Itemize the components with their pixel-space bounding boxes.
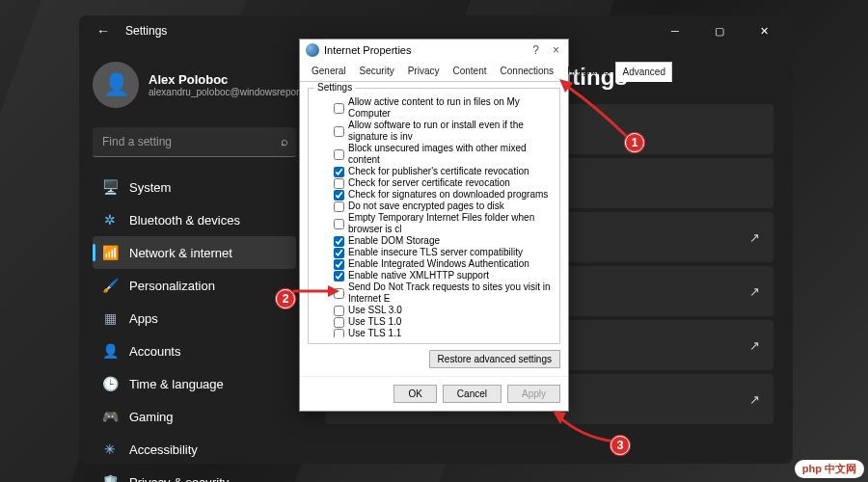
cancel-button[interactable]: Cancel [443,385,502,403]
tab-advanced[interactable]: Advanced [615,62,671,82]
sidebar-item-network-internet[interactable]: 📶Network & internet [93,236,296,269]
option-checkbox[interactable] [334,149,344,160]
option-row[interactable]: Enable native XMLHTTP support [314,270,554,281]
option-checkbox[interactable] [334,126,344,137]
group-label: Settings [314,82,355,93]
nav-icon: 👤 [102,343,118,359]
tab-privacy[interactable]: Privacy [401,61,447,81]
apply-button[interactable]: Apply [507,385,560,403]
window-title: Settings [125,24,167,38]
nav-icon: ✳ [102,442,118,457]
option-checkbox[interactable] [334,236,344,247]
option-row[interactable]: Enable insecure TLS server compatibility [314,247,554,258]
option-row[interactable]: Block unsecured images with other mixed … [314,143,554,166]
dialog-titlebar: Internet Properties ? × [300,40,568,61]
nav-icon: 🎮 [102,409,118,424]
tab-connections[interactable]: Connections [494,61,561,81]
nav-label: Network & internet [129,246,232,260]
option-checkbox[interactable] [334,103,344,114]
nav-label: Bluetooth & devices [129,213,240,228]
sidebar: 👤 Alex Poloboc alexandru_poloboc@windows… [79,46,306,464]
option-checkbox[interactable] [334,306,344,316]
option-row[interactable]: Check for server certificate revocation [314,177,554,189]
option-row[interactable]: Empty Temporary Internet Files folder wh… [314,212,554,235]
sidebar-item-accessibility[interactable]: ✳Accessibility [93,433,296,466]
option-row[interactable]: Use SSL 3.0 [314,305,554,316]
options-list[interactable]: Allow active content to run in files on … [314,96,554,337]
nav-label: Personalization [129,279,215,293]
sidebar-item-bluetooth-devices[interactable]: ✲Bluetooth & devices [93,203,296,236]
option-label: Check for signatures on downloaded progr… [348,189,548,201]
nav-label: Accounts [129,344,180,359]
sidebar-item-gaming[interactable]: 🎮Gaming [93,400,296,433]
option-checkbox[interactable] [334,329,344,338]
option-row[interactable]: Send Do Not Track requests to sites you … [314,281,554,305]
option-row[interactable]: Check for publisher's certificate revoca… [314,166,554,177]
option-row[interactable]: Use TLS 1.0 [314,316,554,328]
option-row[interactable]: Check for signatures on downloaded progr… [314,189,554,201]
option-checkbox[interactable] [334,288,344,299]
option-label: Check for publisher's certificate revoca… [348,166,529,177]
option-checkbox[interactable] [334,167,344,177]
search-icon: ⌕ [281,134,288,148]
option-row[interactable]: Allow software to run or install even if… [314,120,554,143]
maximize-button[interactable]: ▢ [698,17,741,44]
option-row[interactable]: Enable DOM Storage [314,235,554,247]
restore-row: Restore advanced settings [300,350,560,368]
option-row[interactable]: Enable Integrated Windows Authentication [314,258,554,270]
external-link-icon: ↗ [749,338,760,353]
tab-general[interactable]: General [305,61,353,81]
nav-label: Time & language [129,377,224,391]
ok-button[interactable]: OK [393,385,436,403]
nav-icon: 🛡️ [102,474,118,482]
nav-icon: 🖥️ [102,179,118,195]
sidebar-item-personalization[interactable]: 🖌️Personalization [93,269,296,302]
option-row[interactable]: Use TLS 1.1 [314,328,554,337]
nav-icon: 🕒 [102,376,118,391]
nav-icon: ▦ [102,310,118,326]
option-checkbox[interactable] [334,317,344,328]
settings-group: Settings Allow active content to run in … [308,88,560,344]
nav-label: Privacy & security [129,475,229,483]
dialog-title: Internet Properties [324,44,412,56]
watermark: php 中文网 [795,460,864,478]
option-label: Do not save encrypted pages to disk [348,201,504,212]
option-label: Block unsecured images with other mixed … [348,143,554,166]
help-button[interactable]: ? [529,43,542,57]
tab-programs[interactable]: Programs [560,61,615,81]
sidebar-item-apps[interactable]: ▦Apps [93,302,296,335]
option-checkbox[interactable] [334,219,344,229]
option-label: Check for server certificate revocation [348,177,510,189]
avatar: 👤 [93,62,139,108]
minimize-button[interactable]: ─ [654,17,696,44]
option-checkbox[interactable] [334,248,344,258]
sidebar-item-system[interactable]: 🖥️System [93,171,296,203]
option-row[interactable]: Allow active content to run in files on … [314,96,554,120]
close-button[interactable]: ✕ [743,17,785,44]
option-row[interactable]: Do not save encrypted pages to disk [314,201,554,212]
external-link-icon: ↗ [749,392,760,407]
option-checkbox[interactable] [334,190,344,201]
dialog-close-button[interactable]: × [550,43,562,57]
search-input[interactable] [93,127,296,157]
marker-1: 1 [625,133,644,152]
profile[interactable]: 👤 Alex Poloboc alexandru_poloboc@windows… [93,54,306,121]
option-checkbox[interactable] [334,259,344,270]
search-container: ⌕ [93,127,296,157]
tab-security[interactable]: Security [353,61,401,81]
sidebar-item-accounts[interactable]: 👤Accounts [93,335,296,367]
sidebar-item-privacy-security[interactable]: 🛡️Privacy & security [93,466,296,482]
restore-advanced-button[interactable]: Restore advanced settings [429,350,560,368]
marker-3: 3 [610,436,630,455]
sidebar-item-time-language[interactable]: 🕒Time & language [93,367,296,400]
option-checkbox[interactable] [334,201,344,212]
tab-content[interactable]: Content [447,61,494,81]
back-button[interactable]: ← [87,19,120,42]
option-checkbox[interactable] [334,178,344,189]
globe-icon [306,43,319,57]
option-checkbox[interactable] [334,271,344,281]
external-link-icon: ↗ [749,284,760,299]
nav-icon: 🖌️ [102,278,118,293]
nav-label: Apps [129,311,158,326]
option-label: Send Do Not Track requests to sites you … [348,281,554,305]
